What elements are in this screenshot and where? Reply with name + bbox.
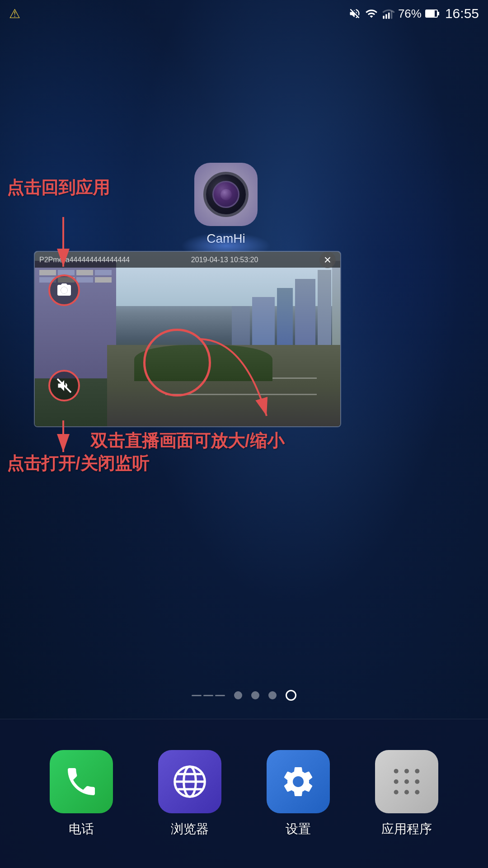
svg-point-20 <box>404 769 409 773</box>
indicator-lines <box>192 695 225 696</box>
svg-point-21 <box>415 769 419 773</box>
camera-lens-inner <box>212 181 239 208</box>
annotation-top: 点击回到应用 <box>7 176 110 199</box>
apps-icon-bg[interactable] <box>375 750 438 813</box>
status-right: 76% 16:55 <box>348 6 479 21</box>
apps-icon <box>389 764 425 800</box>
wifi-icon <box>365 7 378 20</box>
battery-icon <box>425 9 440 19</box>
svg-point-24 <box>415 779 419 784</box>
settings-icon <box>280 764 316 800</box>
browser-icon-bg[interactable] <box>158 750 221 813</box>
svg-point-23 <box>404 779 409 784</box>
phone-icon <box>63 764 99 800</box>
svg-rect-6 <box>426 10 435 17</box>
sound-icon <box>56 377 72 394</box>
svg-rect-3 <box>391 11 393 19</box>
dock-item-browser[interactable]: 浏览器 <box>158 750 221 838</box>
svg-point-25 <box>394 790 399 794</box>
screen: ⚠ 76% <box>0 0 488 868</box>
svg-point-22 <box>394 779 399 784</box>
status-bar: ⚠ 76% <box>0 0 488 27</box>
warning-icon: ⚠ <box>9 6 20 21</box>
indicator-line-1 <box>192 695 202 696</box>
annotation-bottom-text: 点击打开/关闭监听 <box>7 454 149 473</box>
svg-point-9 <box>61 287 68 294</box>
svg-rect-0 <box>383 16 385 19</box>
indicator-dot-2[interactable] <box>251 691 259 699</box>
status-left: ⚠ <box>9 6 20 21</box>
camhi-app-icon[interactable]: CamHi <box>194 163 258 246</box>
dock: 电话 浏览器 设置 <box>0 719 488 868</box>
preview-sound-button[interactable] <box>48 370 80 401</box>
camera-lens-core <box>221 189 232 200</box>
arrow-circle <box>176 316 289 443</box>
preview-close-button[interactable]: × <box>319 252 336 268</box>
phone-icon-bg[interactable] <box>50 750 113 813</box>
indicator-dot-3[interactable] <box>268 691 277 699</box>
status-time: 16:55 <box>445 6 479 21</box>
indicator-line-2 <box>203 695 213 696</box>
annotation-right: 双击直播画面可放大/缩小 <box>90 429 284 453</box>
camhi-icon-bg[interactable] <box>194 163 258 226</box>
camera-lens <box>203 172 249 217</box>
page-indicators <box>0 690 488 701</box>
preview-camera-button[interactable] <box>48 274 80 306</box>
settings-icon-bg[interactable] <box>267 750 330 813</box>
dock-label-settings: 设置 <box>286 821 311 838</box>
svg-point-27 <box>415 790 419 794</box>
mute-icon <box>348 7 361 20</box>
dock-item-phone[interactable]: 电话 <box>50 750 113 838</box>
dock-item-settings[interactable]: 设置 <box>267 750 330 838</box>
indicator-line-3 <box>215 695 225 696</box>
dock-label-phone: 电话 <box>69 821 94 838</box>
svg-rect-5 <box>437 12 439 15</box>
indicator-dot-1[interactable] <box>234 691 242 699</box>
svg-point-26 <box>404 790 409 794</box>
camhi-label: CamHi <box>206 231 245 246</box>
arrow-top <box>45 217 81 276</box>
signal-icon <box>382 7 394 20</box>
svg-rect-2 <box>388 13 390 19</box>
preview-timestamp: 2019-04-13 10:53:20 <box>191 256 258 264</box>
annotation-bottom: 点击打开/关闭监听 <box>7 452 149 475</box>
dock-label-apps: 应用程序 <box>381 821 432 838</box>
dock-label-browser: 浏览器 <box>171 821 209 838</box>
svg-point-19 <box>394 769 399 773</box>
browser-icon <box>172 764 208 800</box>
dock-item-apps[interactable]: 应用程序 <box>375 750 438 838</box>
indicator-circle-active[interactable] <box>286 690 296 701</box>
annotation-right-text: 双击直播画面可放大/缩小 <box>90 431 284 450</box>
status-icons: 76% <box>348 7 440 21</box>
annotation-top-text: 点击回到应用 <box>7 178 110 197</box>
svg-rect-1 <box>385 14 387 19</box>
battery-percent: 76% <box>398 7 422 21</box>
camera-icon <box>56 282 72 298</box>
